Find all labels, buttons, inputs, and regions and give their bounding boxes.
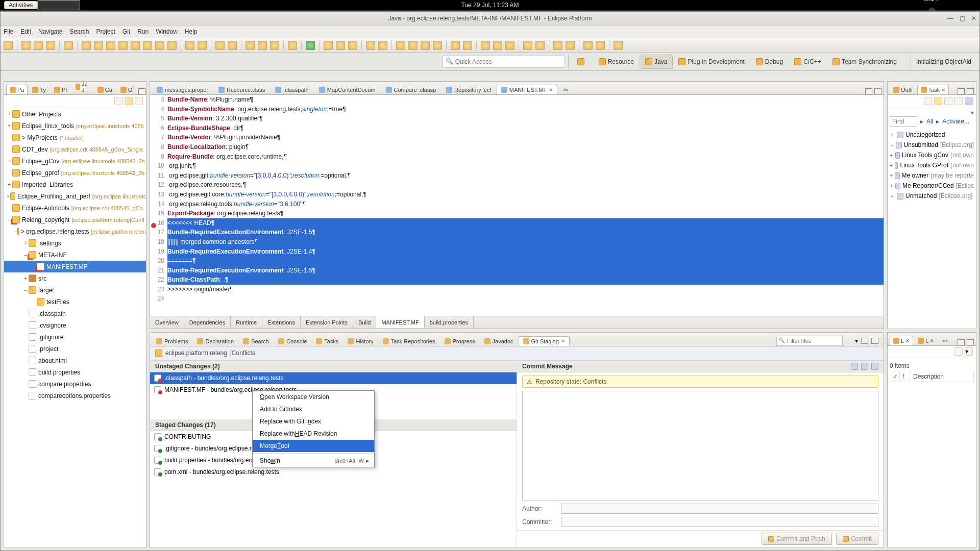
menu-project[interactable]: Project [96, 28, 115, 35]
signoff-icon[interactable] [861, 363, 868, 370]
tree-item[interactable]: –> org.eclipse.releng.tests[eclipse.plat… [4, 226, 146, 237]
toolbar-icon[interactable] [215, 41, 225, 50]
view-tab-javadoc[interactable]: Javadoc [480, 337, 518, 346]
task-category[interactable]: +Unsubmitted [Eclipse.org] [890, 140, 974, 150]
toolbar-icon[interactable] [46, 41, 55, 50]
view-tab[interactable]: Ju J [72, 82, 93, 94]
tree-item[interactable]: +Eclipse_linux_tools[org.eclipse.linuxto… [4, 120, 146, 132]
context-menu-item[interactable]: Replace with HEAD Revision [253, 428, 374, 440]
toolbar-icon[interactable] [143, 41, 152, 50]
tree-item[interactable]: compare.properties [4, 378, 146, 390]
toolbar-icon[interactable] [348, 41, 357, 50]
toolbar-icon[interactable] [553, 41, 562, 50]
toolbar-icon[interactable] [94, 41, 103, 50]
tree-item[interactable]: .classpath [4, 308, 146, 319]
staging-file-row[interactable]: pom.xml - bundles/org.eclipse.releng.tes… [150, 466, 517, 478]
commit-and-push-button[interactable]: Commit and Push [762, 533, 831, 545]
menu-run[interactable]: Run [137, 28, 149, 35]
editor-page-tab[interactable]: build.properties [425, 316, 474, 329]
editor-tab[interactable]: Repository 'ecl [442, 85, 496, 94]
toolbar-icon[interactable] [396, 41, 405, 50]
maximize-icon[interactable] [967, 88, 974, 94]
toolbar-icon[interactable] [106, 41, 115, 50]
menu-window[interactable]: Window [156, 28, 178, 35]
commit-button[interactable]: Commit [836, 533, 878, 545]
committer-input[interactable] [561, 517, 878, 527]
toolbar-icon[interactable] [566, 41, 575, 50]
view-tab[interactable]: L ✕ [914, 336, 938, 345]
task-category[interactable]: +Linux Tools GProf (not own [890, 160, 974, 170]
toolbar-icon[interactable] [228, 41, 237, 50]
tree-item[interactable]: –Releng_copyright[eclipse.platform.relen… [4, 214, 146, 226]
amend-icon[interactable] [851, 363, 858, 370]
editor-tab[interactable]: MapContentDocum [314, 85, 380, 94]
minimize-icon[interactable] [865, 88, 872, 94]
editor-tab[interactable]: Compare .classp [381, 85, 441, 94]
toolbar-icon[interactable] [336, 41, 345, 50]
view-tab[interactable]: Pr [51, 85, 71, 94]
view-tab[interactable]: Pa [6, 85, 28, 94]
link-editor-icon[interactable] [125, 97, 133, 105]
view-menu-icon[interactable]: ▾ [855, 337, 858, 344]
tree-item[interactable]: –META-INF [4, 249, 146, 261]
quick-access-input[interactable] [443, 56, 565, 68]
close-button[interactable]: ✕ [971, 15, 976, 22]
context-menu-item[interactable]: Open Workspace Version [253, 391, 374, 403]
view-tab[interactable]: Ty [29, 85, 50, 94]
toolbar-icon[interactable] [185, 41, 194, 50]
task-category[interactable]: +Linux Tools gCov (not own [890, 150, 974, 160]
toolbar-icon[interactable] [270, 41, 279, 50]
staging-file-row[interactable]: .classpath - bundles/org.eclipse.releng.… [150, 372, 517, 384]
toolbar-icon[interactable] [944, 97, 952, 105]
toolbar-icon[interactable] [258, 41, 267, 50]
task-find-input[interactable] [890, 116, 917, 127]
close-icon[interactable]: ✕ [941, 87, 945, 93]
perspective-plug-in-development[interactable]: Plug-in Development [673, 55, 750, 69]
toolbar-icon[interactable] [4, 41, 13, 50]
toolbar-icon[interactable] [614, 41, 623, 50]
editor-page-tab[interactable]: Build [353, 316, 376, 329]
editor-tab[interactable]: messages.proper [152, 85, 213, 94]
minimize-button[interactable]: — [947, 15, 953, 22]
perspective-resource[interactable]: Resource [593, 55, 640, 69]
toolbar-icon[interactable] [463, 41, 472, 50]
toolbar-icon[interactable] [523, 41, 532, 50]
tree-item[interactable]: testFiles [4, 296, 146, 308]
lang-indicator[interactable]: en1 ▾ [924, 0, 939, 3]
menu-edit[interactable]: Edit [20, 28, 31, 35]
perspective-c-c-[interactable]: C/C++ [789, 55, 827, 69]
tree-item[interactable]: CDT_dev[org.eclipse.cdt 408545_gCov_Sing… [4, 143, 146, 155]
tree-item[interactable]: +Eclipse_gCov[org.eclipse.linuxtools 408… [4, 155, 146, 167]
view-tab-search[interactable]: Search [239, 337, 273, 346]
toolbar-icon[interactable] [21, 41, 31, 50]
perspective-debug[interactable]: Debug [750, 55, 789, 69]
task-category[interactable]: +Me owner (may be reporte [890, 170, 974, 181]
toolbar-icon[interactable] [64, 41, 73, 50]
task-category[interactable]: +Uncategorized [890, 130, 974, 140]
view-tab-task-repositories[interactable]: Task Repositories [379, 337, 439, 346]
tree-item[interactable]: +src [4, 272, 146, 284]
toolbar-icon[interactable] [131, 41, 140, 50]
task-category[interactable]: +Me Reporter/CCed [Eclips [890, 181, 974, 191]
toolbar-icon[interactable] [934, 97, 942, 105]
maximize-button[interactable]: ▢ [960, 15, 965, 22]
editor-tab[interactable]: .classpath [271, 85, 313, 94]
tree-item[interactable]: +.settings [4, 237, 146, 249]
author-input[interactable] [561, 504, 878, 514]
view-tab-problems[interactable]: Problems [152, 337, 192, 346]
tree-item[interactable]: .cvsignore [4, 319, 146, 331]
minimize-icon[interactable] [861, 338, 868, 344]
tree-item[interactable]: about.html [4, 355, 146, 366]
toolbar-icon[interactable] [583, 41, 593, 50]
editor-page-tab[interactable]: Dependencies [184, 316, 231, 329]
manifest-editor[interactable]: 3Bundle-Name: %Plugin.name¶4Bundle-Symbo… [150, 95, 884, 316]
minimize-icon[interactable] [958, 88, 965, 94]
view-tab[interactable]: Task ✕ [917, 85, 949, 94]
view-menu-icon[interactable]: ▾ [965, 347, 973, 356]
view-tab[interactable]: Gi [117, 85, 137, 94]
editor-page-tab[interactable]: Runtime [231, 316, 262, 329]
toolbar-icon[interactable] [596, 41, 605, 50]
view-tab-history[interactable]: History [344, 337, 377, 346]
close-icon[interactable]: ✕ [549, 87, 553, 93]
perspective-team-synchronizing[interactable]: Team Synchronizing [827, 55, 902, 69]
